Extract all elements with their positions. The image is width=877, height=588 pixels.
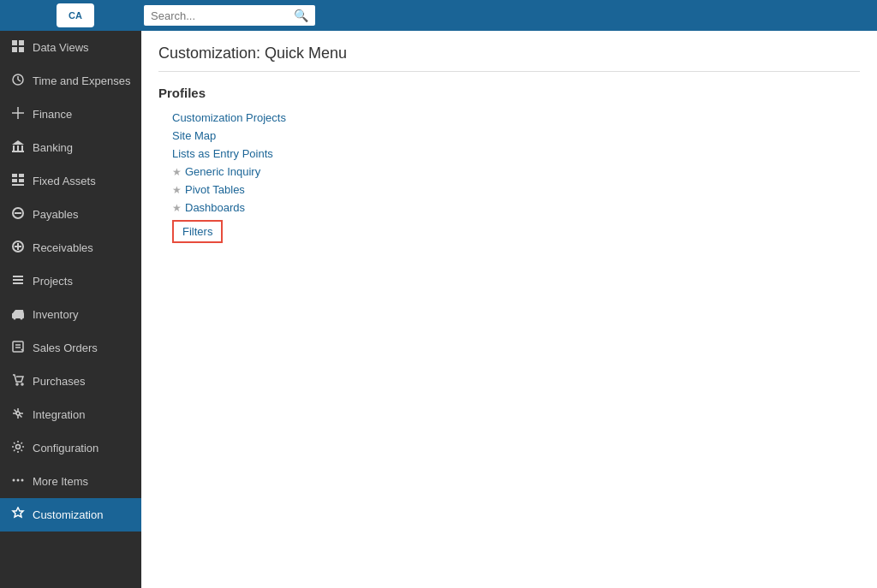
svg-rect-3	[19, 40, 24, 45]
link-site-map[interactable]: Site Map	[158, 127, 860, 145]
svg-rect-17	[19, 174, 24, 177]
fixed-assets-icon	[10, 173, 26, 189]
star-icon: ★	[172, 202, 182, 214]
link-label-pivot-tables[interactable]: Pivot Tables	[185, 183, 245, 196]
sales-orders-icon	[10, 340, 26, 356]
svg-rect-4	[12, 47, 17, 52]
sidebar-label-fixed-assets: Fixed Assets	[33, 175, 96, 187]
main-layout: Data ViewsTime and ExpensesFinanceBankin…	[0, 31, 877, 588]
logo-area: CA	[7, 3, 144, 27]
sidebar-item-integration[interactable]: Integration	[0, 398, 141, 431]
svg-rect-15	[12, 151, 24, 152]
search-icon: 🔍	[294, 9, 308, 22]
sidebar-item-time-expenses[interactable]: Time and Expenses	[0, 64, 141, 98]
sidebar-item-data-views[interactable]: Data Views	[0, 31, 141, 64]
sidebar-label-configuration: Configuration	[33, 442, 98, 454]
svg-rect-11	[13, 146, 15, 151]
page-title: Customization: Quick Menu	[158, 45, 860, 72]
svg-point-48	[17, 479, 20, 482]
svg-rect-20	[12, 184, 24, 186]
time-expenses-icon	[10, 73, 26, 89]
svg-marker-14	[12, 140, 24, 145]
more-items-icon	[10, 473, 26, 490]
sidebar-label-finance: Finance	[33, 108, 72, 121]
sidebar-label-banking: Banking	[33, 141, 73, 154]
sidebar-item-projects[interactable]: Projects	[0, 264, 141, 298]
search-input[interactable]	[151, 9, 290, 22]
sidebar-item-configuration[interactable]: Configuration	[0, 431, 141, 465]
sidebar-label-time-expenses: Time and Expenses	[33, 74, 130, 87]
svg-rect-12	[17, 146, 19, 151]
svg-rect-27	[13, 279, 23, 281]
logo: CA	[57, 3, 94, 27]
sidebar-item-customization[interactable]: Customization	[0, 498, 141, 532]
svg-point-38	[21, 383, 23, 385]
search-box[interactable]: 🔍	[144, 5, 315, 26]
top-bar: CA 🔍	[0, 0, 877, 31]
sidebar-item-sales-orders[interactable]: Sales Orders	[0, 331, 141, 365]
configuration-icon	[10, 440, 26, 456]
svg-point-39	[16, 412, 20, 415]
svg-point-46	[16, 445, 21, 449]
sidebar-label-more-items: More Items	[33, 475, 88, 488]
link-lists-as-entry-points[interactable]: Lists as Entry Points	[158, 145, 860, 163]
banking-icon	[10, 140, 26, 156]
sidebar-item-banking[interactable]: Banking	[0, 131, 141, 164]
svg-rect-2	[12, 40, 17, 45]
sidebar-label-receivables: Receivables	[33, 241, 93, 254]
links-container: Customization ProjectsSite MapLists as E…	[158, 109, 860, 243]
projects-icon	[10, 273, 26, 289]
svg-point-47	[13, 479, 15, 482]
svg-point-31	[21, 318, 23, 320]
sidebar-item-fixed-assets[interactable]: Fixed Assets	[0, 164, 141, 198]
purchases-icon	[10, 373, 26, 389]
link-label-generic-inquiry[interactable]: Generic Inquiry	[185, 165, 260, 178]
content-area: Customization: Quick Menu Profiles Custo…	[141, 31, 877, 588]
svg-line-44	[15, 410, 17, 413]
sidebar: Data ViewsTime and ExpensesFinanceBankin…	[0, 31, 141, 588]
sidebar-item-purchases[interactable]: Purchases	[0, 365, 141, 398]
svg-rect-5	[19, 47, 24, 52]
svg-line-8	[18, 80, 21, 81]
inventory-icon	[10, 306, 26, 323]
link-label-dashboards[interactable]: Dashboards	[185, 201, 245, 214]
finance-icon	[10, 106, 26, 122]
svg-point-30	[14, 318, 16, 320]
sidebar-label-integration: Integration	[33, 408, 85, 421]
sidebar-label-inventory: Inventory	[33, 308, 78, 321]
sidebar-label-customization: Customization	[33, 508, 103, 521]
receivables-icon	[10, 240, 26, 256]
sidebar-item-payables[interactable]: Payables	[0, 198, 141, 231]
svg-marker-32	[12, 310, 24, 314]
star-icon: ★	[172, 166, 182, 178]
svg-rect-18	[12, 179, 17, 182]
sidebar-item-inventory[interactable]: Inventory	[0, 298, 141, 331]
sidebar-label-sales-orders: Sales Orders	[33, 342, 98, 354]
svg-rect-16	[12, 174, 17, 177]
link-star-dashboards[interactable]: ★Dashboards	[158, 199, 860, 217]
sidebar-item-more-items[interactable]: More Items	[0, 465, 141, 498]
svg-point-37	[16, 383, 18, 385]
sidebar-label-projects: Projects	[33, 275, 73, 288]
sidebar-item-finance[interactable]: Finance	[0, 98, 141, 131]
svg-point-49	[21, 479, 24, 482]
link-star-pivot-tables[interactable]: ★Pivot Tables	[158, 181, 860, 199]
link-customization-projects[interactable]: Customization Projects	[158, 109, 860, 127]
svg-text:CA: CA	[69, 10, 82, 21]
sidebar-label-payables: Payables	[33, 208, 78, 221]
customization-icon	[10, 507, 26, 523]
integration-icon	[10, 407, 26, 423]
link-star-generic-inquiry[interactable]: ★Generic Inquiry	[158, 163, 860, 181]
data-views-icon	[10, 39, 26, 56]
sidebar-item-receivables[interactable]: Receivables	[0, 231, 141, 264]
link-filters[interactable]: Filters	[172, 220, 223, 243]
star-icon: ★	[172, 184, 182, 196]
svg-rect-28	[13, 282, 23, 284]
svg-rect-26	[13, 276, 23, 277]
sidebar-label-data-views: Data Views	[33, 41, 89, 54]
sidebar-label-purchases: Purchases	[33, 375, 85, 388]
svg-rect-13	[21, 146, 23, 151]
svg-line-45	[20, 415, 22, 418]
payables-icon	[10, 206, 26, 223]
svg-rect-19	[19, 179, 24, 182]
